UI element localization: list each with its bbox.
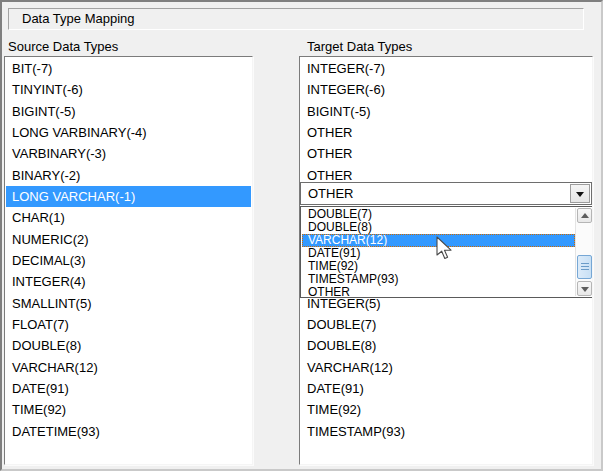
dropdown-item[interactable]: DOUBLE(7) (302, 208, 575, 221)
source-list-item[interactable]: LONG VARBINARY(-4) (6, 122, 251, 143)
target-list-item[interactable]: TIME(92) (301, 399, 591, 420)
source-list-item[interactable]: FLOAT(7) (6, 314, 251, 335)
arrow-up-icon (581, 213, 589, 218)
source-list-item[interactable]: NUMERIC(2) (6, 229, 251, 250)
target-list-item[interactable]: INTEGER(-7) (301, 58, 591, 79)
dropdown-item[interactable]: OTHER (302, 286, 575, 299)
target-list-item[interactable]: DOUBLE(8) (301, 335, 591, 356)
source-list-item[interactable]: CHAR(1) (6, 207, 251, 228)
dropdown-item[interactable]: DOUBLE(8) (302, 221, 575, 234)
combobox-value[interactable]: OTHER (301, 183, 569, 204)
arrow-down-icon (581, 287, 589, 292)
target-list-item[interactable]: OTHER (301, 122, 591, 143)
target-type-combobox[interactable]: OTHER (300, 182, 592, 205)
source-list-item[interactable]: VARCHAR(12) (6, 357, 251, 378)
target-list-label: Target Data Types (307, 39, 412, 55)
source-list-item[interactable]: SMALLINT(5) (6, 293, 251, 314)
source-list-item[interactable]: DOUBLE(8) (6, 335, 251, 356)
scrollbar-thumb[interactable] (577, 255, 592, 279)
page-title: Data Type Mapping (22, 11, 135, 26)
source-list-item[interactable]: DECIMAL(3) (6, 250, 251, 271)
dropdown-scrollbar[interactable] (575, 208, 592, 296)
source-list-item[interactable]: TIME(92) (6, 399, 251, 420)
combobox-dropdown-button[interactable] (570, 184, 590, 203)
source-list-item[interactable]: LONG VARCHAR(-1) (6, 186, 251, 207)
mouse-cursor-icon (436, 236, 453, 261)
source-list-item[interactable]: DATETIME(93) (6, 421, 251, 442)
source-list-item[interactable]: BINARY(-2) (6, 165, 251, 186)
target-list-item[interactable]: DATE(91) (301, 378, 591, 399)
data-type-mapping-window: Data Type Mapping Source Data Types Targ… (0, 0, 603, 471)
source-list-item[interactable]: BIGINT(-5) (6, 101, 251, 122)
dropdown-item[interactable]: TIME(92) (302, 260, 575, 273)
source-list-item[interactable]: DATE(91) (6, 378, 251, 399)
target-list-item[interactable]: INTEGER(-6) (301, 79, 591, 100)
source-list-item[interactable]: INTEGER(4) (6, 271, 251, 292)
dropdown-item[interactable]: TIMESTAMP(93) (302, 273, 575, 286)
header-bar: Data Type Mapping (8, 8, 584, 30)
target-list-item[interactable]: VARCHAR(12) (301, 357, 591, 378)
target-list-item[interactable]: TIMESTAMP(93) (301, 421, 591, 442)
source-list-item[interactable]: VARBINARY(-3) (6, 143, 251, 164)
scrollbar-grip-icon (581, 263, 589, 270)
scrollbar-down-button[interactable] (577, 281, 592, 296)
source-list-item[interactable]: TINYINT(-6) (6, 79, 251, 100)
target-list-item[interactable]: OTHER (301, 143, 591, 164)
source-list-item[interactable]: BIT(-7) (6, 58, 251, 79)
target-list-item[interactable]: DOUBLE(7) (301, 314, 591, 335)
triangle-down-icon (576, 192, 584, 197)
scrollbar-up-button[interactable] (577, 208, 592, 223)
target-list-item[interactable]: BIGINT(-5) (301, 101, 591, 122)
source-data-types-list[interactable]: BIT(-7)TINYINT(-6)BIGINT(-5)LONG VARBINA… (4, 56, 253, 465)
source-list-label: Source Data Types (8, 39, 118, 55)
